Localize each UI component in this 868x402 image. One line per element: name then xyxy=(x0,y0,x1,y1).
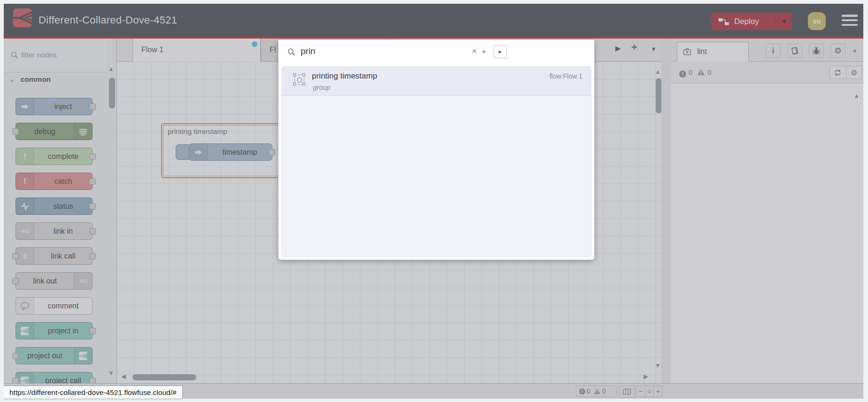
group-icon xyxy=(293,73,305,86)
result-flow-ref: flow:Flow 1 xyxy=(550,72,582,80)
search-icon xyxy=(287,48,295,56)
window-frame xyxy=(863,0,868,402)
result-title: printing timestamp xyxy=(312,71,377,81)
search-input-row[interactable]: prin ✕ ▾ ▸ xyxy=(279,40,594,64)
screen: Different-Collared-Dove-4521 Deploy ▼ su… xyxy=(0,0,868,402)
search-dialog: prin ✕ ▾ ▸ printing timestamp flow:Flow … xyxy=(278,39,595,260)
search-result-item[interactable]: printing timestamp flow:Flow 1 group xyxy=(282,67,591,96)
search-results-list: printing timestamp flow:Flow 1 group xyxy=(281,66,591,257)
window-frame xyxy=(0,0,4,402)
window-frame xyxy=(0,399,868,402)
search-history-caret-icon[interactable]: ▾ xyxy=(482,48,485,55)
search-options-button[interactable]: ▸ xyxy=(494,45,507,58)
window-frame xyxy=(0,0,868,4)
browser-link-preview: https://different-collared-dove-4521.flo… xyxy=(4,386,183,399)
result-kind: group xyxy=(313,84,330,91)
clear-search-icon[interactable]: ✕ xyxy=(472,47,477,55)
search-input[interactable]: prin xyxy=(301,46,316,56)
